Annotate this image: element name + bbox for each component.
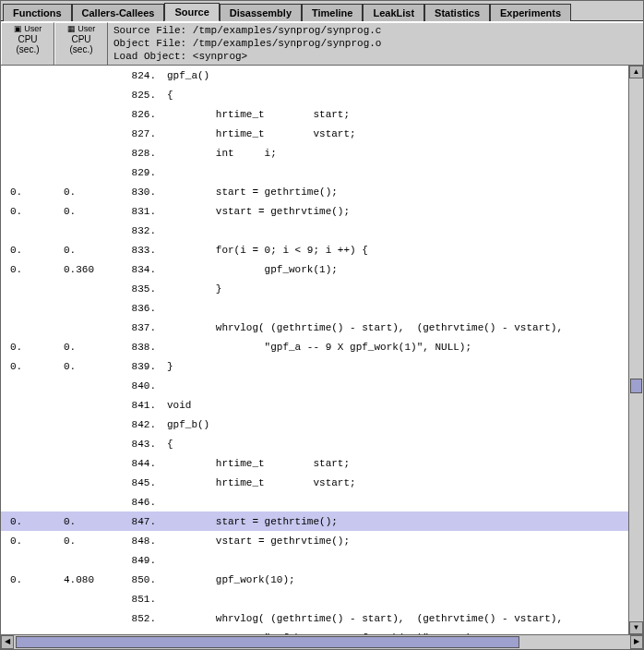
- incl-cpu-cell: 0.: [54, 536, 108, 547]
- source-row[interactable]: 0.0.847. start = gethrtime();: [1, 512, 628, 531]
- column-header-row: ▣ User CPU (sec.) ▦ User CPU (sec.) Sour…: [1, 22, 643, 66]
- source-text-cell: gpf_b(): [165, 419, 628, 430]
- source-text-cell: "gpf_a -- 9 X gpf_work(1)", NULL);: [165, 342, 628, 353]
- source-text-cell: int i;: [165, 148, 628, 159]
- tab-source[interactable]: Source: [164, 3, 219, 21]
- line-number-cell: 848.: [108, 536, 165, 547]
- source-row[interactable]: 844. hrtime_t start;: [1, 453, 628, 473]
- source-row[interactable]: 852. whrvlog( (gethrtime() - start), (ge…: [1, 608, 628, 628]
- source-row[interactable]: 841.void: [1, 395, 628, 415]
- hscroll-thumb[interactable]: [16, 636, 519, 648]
- line-number-cell: 843.: [108, 439, 165, 450]
- vscroll-thumb[interactable]: [630, 379, 642, 393]
- source-text-cell: for(i = 0; i < 9; i ++) {: [165, 245, 628, 256]
- tab-functions[interactable]: Functions: [3, 4, 72, 21]
- source-row[interactable]: 0.0.838. "gpf_a -- 9 X gpf_work(1)", NUL…: [1, 337, 628, 356]
- object-file-label: Object File: /tmp/examples/synprog/synpr…: [113, 38, 638, 51]
- line-number-cell: 839.: [108, 361, 165, 372]
- source-row[interactable]: 0.0.853. "gpf_b -- 1 X gpf_work(10)", NU…: [1, 628, 628, 634]
- source-row[interactable]: 824.gpf_a(): [1, 66, 628, 85]
- excl-cpu-cell: 0.: [1, 516, 54, 527]
- tab-callers-callees[interactable]: Callers-Callees: [72, 4, 165, 21]
- tab-timeline[interactable]: Timeline: [302, 4, 363, 21]
- line-number-cell: 834.: [108, 264, 165, 275]
- line-number-cell: 846.: [108, 497, 165, 508]
- excl-cpu-cell: 0.: [1, 206, 54, 217]
- incl-cpu-cell: 4.080: [54, 574, 108, 585]
- source-row[interactable]: 840.: [1, 376, 628, 395]
- source-file-label: Source File: /tmp/examples/synprog/synpr…: [113, 25, 638, 38]
- line-number-cell: 844.: [108, 458, 165, 469]
- source-row[interactable]: 0.0.831. vstart = gethrvtime();: [1, 201, 628, 221]
- source-text-cell: vstart = gethrvtime();: [165, 536, 628, 547]
- source-row[interactable]: 0.0.848. vstart = gethrvtime();: [1, 531, 628, 550]
- source-text-cell: hrtime_t vstart;: [165, 477, 628, 488]
- scroll-down-arrow[interactable]: ▼: [629, 621, 643, 634]
- scroll-right-arrow[interactable]: ▶: [630, 635, 643, 649]
- source-row[interactable]: 832.: [1, 221, 628, 240]
- line-number-cell: 825.: [108, 90, 165, 101]
- line-number-cell: 830.: [108, 187, 165, 198]
- tab-statistics[interactable]: Statistics: [424, 4, 490, 21]
- source-row[interactable]: 825.{: [1, 85, 628, 104]
- scroll-up-arrow[interactable]: ▲: [629, 66, 643, 78]
- source-text-cell: start = gethrtime();: [165, 516, 628, 527]
- tab-leaklist[interactable]: LeakList: [363, 4, 424, 21]
- vertical-scrollbar[interactable]: ▲ ▼: [628, 66, 643, 634]
- tab-bar: FunctionsCallers-CalleesSourceDisassembl…: [1, 1, 643, 21]
- incl-cpu-cell: 0.: [54, 516, 108, 527]
- horizontal-scrollbar[interactable]: ◀ ▶: [1, 634, 643, 649]
- incl-cpu-cell: 0.: [54, 342, 108, 353]
- source-row[interactable]: 846.: [1, 492, 628, 512]
- source-row[interactable]: 837. whrvlog( (gethrtime() - start), (ge…: [1, 318, 628, 337]
- source-row[interactable]: 0.0.839.}: [1, 356, 628, 376]
- scroll-area: 824.gpf_a()825.{826. hrtime_t start;827.…: [1, 66, 643, 634]
- tab-experiments[interactable]: Experiments: [490, 4, 571, 21]
- source-row[interactable]: 828. int i;: [1, 143, 628, 162]
- source-row[interactable]: 842.gpf_b(): [1, 415, 628, 434]
- source-row[interactable]: 829.: [1, 162, 628, 182]
- source-row[interactable]: 0.0.833. for(i = 0; i < 9; i ++) {: [1, 240, 628, 259]
- line-number-cell: 833.: [108, 245, 165, 256]
- incl-cpu-cell: 0.: [54, 361, 108, 372]
- vscroll-track[interactable]: [629, 78, 643, 621]
- col-header-user-cpu-incl[interactable]: ▦ User CPU (sec.): [54, 22, 108, 65]
- source-text-cell: }: [165, 283, 628, 295]
- line-number-cell: 824.: [108, 70, 165, 81]
- line-number-cell: 829.: [108, 167, 165, 178]
- scroll-left-arrow[interactable]: ◀: [1, 635, 14, 649]
- col-header-user-cpu-excl[interactable]: ▣ User CPU (sec.): [1, 22, 54, 65]
- hscroll-track[interactable]: [14, 635, 630, 649]
- line-number-cell: 838.: [108, 342, 165, 353]
- source-row[interactable]: 843.{: [1, 434, 628, 453]
- source-row[interactable]: 845. hrtime_t vstart;: [1, 473, 628, 492]
- source-text-cell: vstart = gethrvtime();: [165, 206, 628, 217]
- source-text-cell: whrvlog( (gethrtime() - start), (gethrvt…: [165, 322, 628, 333]
- source-row[interactable]: 835. }: [1, 279, 628, 298]
- source-row[interactable]: 826. hrtime_t start;: [1, 104, 628, 124]
- line-number-cell: 828.: [108, 148, 165, 159]
- metric-excl-icon: ▣: [14, 24, 22, 33]
- source-row[interactable]: 849.: [1, 550, 628, 570]
- source-row[interactable]: 0.4.080850. gpf_work(10);: [1, 570, 628, 589]
- excl-cpu-cell: 0.: [1, 264, 54, 275]
- source-text-cell: hrtime_t start;: [165, 458, 628, 469]
- excl-cpu-cell: 0.: [1, 574, 54, 585]
- source-row[interactable]: 0.0.360834. gpf_work(1);: [1, 259, 628, 279]
- source-text-cell: start = gethrtime();: [165, 187, 628, 198]
- excl-cpu-cell: 0.: [1, 187, 54, 198]
- source-text-cell: gpf_work(10);: [165, 574, 628, 585]
- source-rows[interactable]: 824.gpf_a()825.{826. hrtime_t start;827.…: [1, 66, 628, 634]
- source-panel: ▣ User CPU (sec.) ▦ User CPU (sec.) Sour…: [1, 21, 643, 649]
- source-text-cell: hrtime_t vstart;: [165, 128, 628, 139]
- source-text-cell: gpf_a(): [165, 70, 628, 81]
- source-row[interactable]: 827. hrtime_t vstart;: [1, 124, 628, 143]
- file-info-header: Source File: /tmp/examples/synprog/synpr…: [108, 22, 643, 65]
- line-number-cell: 847.: [108, 516, 165, 527]
- source-row[interactable]: 836.: [1, 298, 628, 318]
- line-number-cell: 835.: [108, 283, 165, 295]
- source-row[interactable]: 0.0.830. start = gethrtime();: [1, 182, 628, 201]
- tab-disassembly[interactable]: Disassembly: [220, 4, 302, 21]
- line-number-cell: 840.: [108, 380, 165, 391]
- source-row[interactable]: 851.: [1, 589, 628, 608]
